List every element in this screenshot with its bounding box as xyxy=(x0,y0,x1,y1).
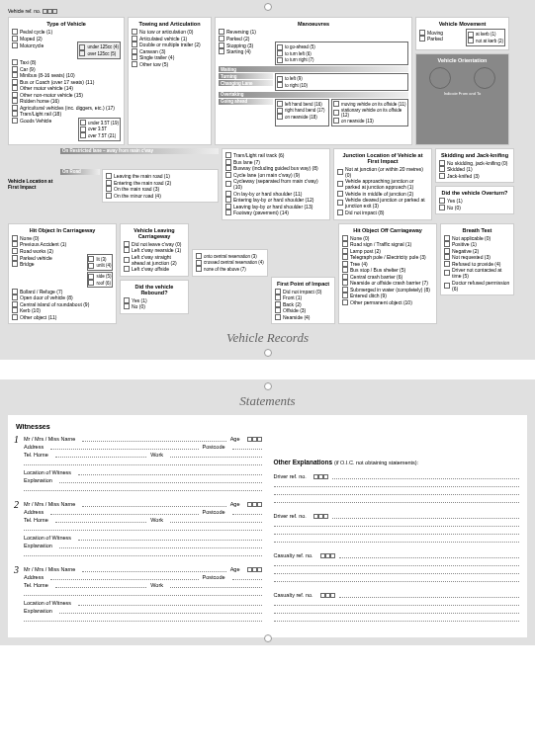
checkbox-item[interactable]: Did not impact (8) xyxy=(337,210,428,215)
checkbox-item[interactable]: Busway (including guided bus way) (8) xyxy=(225,165,326,171)
driver-expl-input[interactable] xyxy=(332,511,519,519)
postcode-input[interactable] xyxy=(232,507,262,515)
checkbox-item[interactable]: Nearside or offside crash barrier (7) xyxy=(342,280,433,286)
checkbox-item[interactable]: Front (1) xyxy=(275,294,331,300)
checkbox-item[interactable]: Bollard / Refuge (7) xyxy=(12,289,113,294)
checkbox-item[interactable]: Stopping (3) xyxy=(219,42,273,48)
checkbox-item[interactable]: Moped (2) xyxy=(12,36,121,42)
checkbox-item[interactable]: Refused to provide (4) xyxy=(444,261,510,267)
checkbox-item[interactable]: Doctor refused permission (6) xyxy=(444,280,510,292)
name-input[interactable] xyxy=(82,564,225,572)
checkbox-item[interactable]: not at kerb (2) xyxy=(468,38,503,43)
checkbox-item[interactable]: under 3.5T (19) xyxy=(80,120,119,126)
checkbox-item[interactable]: Offside (3) xyxy=(275,307,331,313)
checkbox-item[interactable]: Other object (11) xyxy=(12,314,113,320)
checkbox-item[interactable]: On the minor road (4) xyxy=(106,193,215,199)
checkbox-item[interactable]: over 3.5T xyxy=(80,126,119,132)
checkbox-item[interactable]: Left c'way nearside (1) xyxy=(124,247,185,253)
checkbox-item[interactable]: Caravan (3) xyxy=(132,48,208,54)
postcode-input[interactable] xyxy=(232,572,262,580)
checkbox-item[interactable]: Entered ditch (9) xyxy=(342,293,433,298)
checkbox-item[interactable]: Footway (pavement) (14) xyxy=(225,210,326,215)
checkbox-item[interactable]: side (5) xyxy=(88,274,111,280)
checkbox-item[interactable]: Parked (2) xyxy=(219,36,408,42)
checkbox-item[interactable]: Agricultural vehicles (inc. diggers, etc… xyxy=(12,105,121,111)
checkbox-item[interactable]: Moving xyxy=(419,30,464,36)
checkbox-item[interactable]: Entering the main road (2) xyxy=(106,180,215,186)
checkbox-item[interactable]: Starting (4) xyxy=(219,48,273,54)
location-input[interactable] xyxy=(78,598,262,606)
checkbox-item[interactable]: on nearside (18) xyxy=(277,114,327,120)
checkbox-item[interactable]: Parked vehicle xyxy=(12,255,85,261)
checkbox-item[interactable]: Reversing (1) xyxy=(219,29,408,35)
checkbox-item[interactable]: lit (3) xyxy=(88,256,111,262)
checkbox-item[interactable]: Skidded (1) xyxy=(439,166,510,172)
checkbox-item[interactable]: Jack-knifed (3) xyxy=(439,173,510,179)
checkbox-item[interactable]: Yes (1) xyxy=(439,198,510,204)
checkbox-item[interactable]: Did not leave c'way (0) xyxy=(124,241,185,247)
checkbox-item[interactable]: unlit (4) xyxy=(88,263,111,269)
checkbox-item[interactable]: Road sign / Traffic signal (1) xyxy=(342,241,433,247)
tel-work-input[interactable] xyxy=(170,450,262,458)
checkbox-item[interactable]: Articulated vehicle (1) xyxy=(132,36,208,42)
checkbox-item[interactable]: Bridge xyxy=(12,261,85,267)
location-input[interactable] xyxy=(78,467,262,475)
checkbox-item[interactable]: Leaving lay-by or hard shoulder (13) xyxy=(225,204,326,210)
checkbox-item[interactable]: Motorcycle xyxy=(12,42,75,48)
checkbox-item[interactable]: No (0) xyxy=(124,303,185,309)
checkbox-item[interactable]: Left c'way straight ahead at junction (2… xyxy=(124,254,185,266)
checkbox-item[interactable]: Bus or Coach (over 17 seats) (11) xyxy=(12,79,121,85)
checkbox-item[interactable]: at kerb (1) xyxy=(468,32,503,38)
checkbox-item[interactable]: Negative (2) xyxy=(444,248,510,254)
checkbox-item[interactable]: None (0) xyxy=(342,235,433,241)
checkbox-item[interactable]: Other non-motor vehicle (15) xyxy=(12,92,121,98)
tel-home-input[interactable] xyxy=(55,450,147,458)
checkbox-item[interactable]: Open door of vehicle (8) xyxy=(12,294,113,300)
checkbox-item[interactable]: Previous Accident (1) xyxy=(12,241,113,247)
explanation-input[interactable] xyxy=(59,606,262,614)
tel-work-input[interactable] xyxy=(170,580,262,588)
tel-home-input[interactable] xyxy=(55,515,147,523)
checkbox-item[interactable]: Tree (4) xyxy=(342,261,433,267)
checkbox-item[interactable]: Tram/Light rail (18) xyxy=(12,111,121,117)
checkbox-item[interactable]: Submerged in water (completely) (8) xyxy=(342,287,433,293)
checkbox-item[interactable]: None (0) xyxy=(12,235,113,241)
checkbox-item[interactable]: Other tow (5) xyxy=(132,61,208,67)
checkbox-item[interactable]: No skidding, jack-knifing (0) xyxy=(439,160,510,166)
checkbox-item[interactable]: Vehicle approaching junction or parked a… xyxy=(337,178,428,190)
checkbox-item[interactable]: crossed central reservation (4) xyxy=(196,260,264,266)
checkbox-item[interactable]: Entering lay-by or hard shoulder (12) xyxy=(225,197,326,203)
checkbox-item[interactable]: Central crash barrier (6) xyxy=(342,274,433,280)
checkbox-item[interactable]: Single trailer (4) xyxy=(132,54,208,60)
checkbox-item[interactable]: on nearside (13) xyxy=(333,118,406,124)
checkbox-item[interactable]: to right (10) xyxy=(277,82,406,88)
checkbox-item[interactable]: Not at junction (or within 20 metres) (0… xyxy=(337,166,428,178)
checkbox-item[interactable]: Cycle lane (on main c'way) (9) xyxy=(225,172,326,178)
checkbox-item[interactable]: onto central reservation (3) xyxy=(196,253,264,259)
name-input[interactable] xyxy=(82,434,225,442)
checkbox-item[interactable]: over 7.5T (21) xyxy=(80,132,119,138)
checkbox-item[interactable]: Ridden horse (16) xyxy=(12,98,121,104)
checkbox-item[interactable]: Leaving the main road (1) xyxy=(106,173,215,179)
checkbox-item[interactable]: No (0) xyxy=(439,205,510,210)
checkbox-item[interactable]: Parked xyxy=(419,36,464,42)
casualty-expl-input[interactable] xyxy=(339,590,519,598)
checkbox-item[interactable]: Positive (1) xyxy=(444,241,510,247)
checkbox-item[interactable]: Other permanent object (10) xyxy=(342,299,433,305)
checkbox-item[interactable]: Pedal cycle (1) xyxy=(12,29,121,35)
checkbox-item[interactable]: to go-ahead (5) xyxy=(277,44,406,50)
explanation-input[interactable] xyxy=(59,475,262,483)
checkbox-item[interactable]: stationary vehicle on its offside (12) xyxy=(333,108,406,118)
checkbox-item[interactable]: Not requested (3) xyxy=(444,254,510,260)
checkbox-item[interactable]: On the main road (3) xyxy=(106,186,215,192)
address-input[interactable] xyxy=(50,507,198,515)
checkbox-item[interactable]: to left (9) xyxy=(277,76,406,82)
checkbox-item[interactable]: Bus stop / Bus shelter (5) xyxy=(342,267,433,273)
checkbox-item[interactable]: No tow or articulation (0) xyxy=(132,29,208,35)
checkbox-item[interactable]: Telegraph pole / Electricity pole (3) xyxy=(342,254,433,260)
checkbox-item[interactable]: Vehicle cleared junction or parked at ju… xyxy=(337,197,428,209)
checkbox-item[interactable]: Car (9) xyxy=(12,66,121,72)
checkbox-item[interactable]: Road works (2) xyxy=(12,248,113,254)
tel-home-input[interactable] xyxy=(55,580,147,588)
checkbox-item[interactable]: to turn left (6) xyxy=(277,50,406,56)
